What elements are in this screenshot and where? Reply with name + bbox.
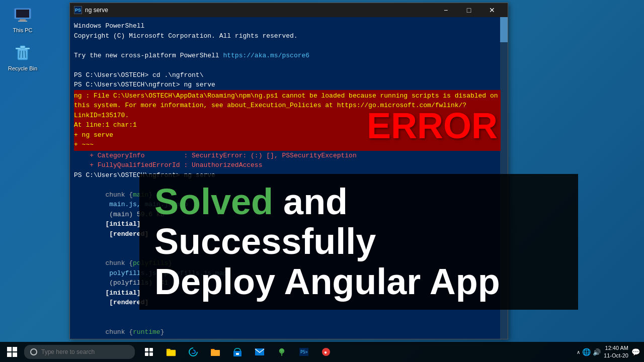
this-pc-label: This PC xyxy=(13,27,32,33)
error-overlay-text: ERROR xyxy=(367,105,498,146)
network-icon: 🌐 xyxy=(582,348,591,356)
svg-text:PS>: PS> xyxy=(300,350,308,354)
search-icon xyxy=(30,348,37,355)
task-view-button[interactable] xyxy=(139,342,159,362)
svg-rect-14 xyxy=(167,350,176,356)
maximize-button[interactable]: □ xyxy=(457,3,480,17)
svg-line-9 xyxy=(25,51,26,58)
error-category: + CategoryInfo : SecurityError: (:) [], … xyxy=(74,151,501,161)
svg-rect-12 xyxy=(145,352,148,356)
search-input[interactable] xyxy=(41,348,129,355)
desktop: This PC Recycle Bin PS ng serve xyxy=(0,0,644,362)
svg-rect-6 xyxy=(20,46,25,48)
start-icon xyxy=(7,347,17,357)
taskbar: PS> ● ∧ 🌐 🔊 12:40 AM 11-Oct-20 xyxy=(0,342,644,362)
svg-rect-15 xyxy=(211,350,220,356)
volume-icon[interactable]: 🔊 xyxy=(593,348,601,356)
svg-rect-1 xyxy=(16,10,29,18)
overlay-line-2: Deploy Angular App xyxy=(154,262,563,302)
file-explorer-button[interactable] xyxy=(161,342,181,362)
search-bar[interactable] xyxy=(24,345,135,359)
desktop-icons: This PC Recycle Bin xyxy=(5,5,40,71)
close-button[interactable]: ✕ xyxy=(480,3,504,17)
success-overlay: Solved and Successfully Deploy Angular A… xyxy=(139,174,578,310)
terminal-line-6: PS C:\Users\OSTECH> cd .\ngfront\ xyxy=(74,70,501,80)
chunk-runtime: chunk {runtime} runtime.js, runtime.js.m… xyxy=(74,317,501,339)
date: 11-Oct-20 xyxy=(604,352,628,359)
maps-button[interactable] xyxy=(272,342,292,362)
svg-rect-13 xyxy=(149,352,153,356)
terminal-line-2: Copyright (C) Microsoft Corporation. All… xyxy=(74,31,501,41)
window-titlebar: PS ng serve − □ ✕ xyxy=(70,3,508,17)
this-pc-icon[interactable]: This PC xyxy=(5,5,40,33)
minimize-button[interactable]: − xyxy=(434,3,457,17)
folder-button[interactable] xyxy=(205,342,225,362)
overlay-line-1: Solved and Successfully xyxy=(154,182,563,261)
terminal-line-3 xyxy=(74,41,501,51)
window-controls: − □ ✕ xyxy=(434,3,504,17)
svg-text:●: ● xyxy=(324,349,327,355)
svg-rect-17 xyxy=(236,353,239,355)
solved-text: Solved xyxy=(154,182,273,222)
terminal-line-5 xyxy=(74,60,501,70)
store-button[interactable] xyxy=(227,342,248,362)
chevron-up-icon[interactable]: ∧ xyxy=(577,349,580,355)
svg-rect-10 xyxy=(145,348,148,351)
recycle-bin-label: Recycle Bin xyxy=(8,65,37,71)
terminal-button[interactable]: PS> xyxy=(294,342,314,362)
svg-point-19 xyxy=(279,348,284,353)
powershell-window: PS ng serve − □ ✕ Windows PowerShell Cop… xyxy=(69,3,508,339)
mail-button[interactable] xyxy=(250,342,270,362)
svg-rect-18 xyxy=(255,348,264,355)
svg-rect-11 xyxy=(149,348,153,351)
edge-browser-button[interactable] xyxy=(183,342,203,362)
system-tray: ∧ 🌐 🔊 xyxy=(577,348,601,356)
taskbar-right: ∧ 🌐 🔊 12:40 AM 11-Oct-20 💬 xyxy=(577,344,644,360)
ps-icon: PS xyxy=(74,6,82,14)
window-title: ng serve xyxy=(85,7,431,14)
clock: 12:40 AM xyxy=(604,344,628,352)
error-fqid: + FullyQualifiedErrorId : UnauthorizedAc… xyxy=(74,160,501,170)
svg-rect-2 xyxy=(20,19,26,21)
svg-line-7 xyxy=(20,51,20,58)
terminal-line-1: Windows PowerShell xyxy=(74,21,501,31)
svg-rect-3 xyxy=(18,21,27,22)
recycle-bin-icon[interactable]: Recycle Bin xyxy=(5,43,40,71)
time-date-display[interactable]: 12:40 AM 11-Oct-20 xyxy=(604,344,628,360)
terminal-line-4: Try the new cross-platform PowerShell ht… xyxy=(74,51,501,61)
game-button[interactable]: ● xyxy=(316,342,336,362)
terminal-line-7: PS C:\Users\OSTECH\ngfront> ng serve xyxy=(74,80,501,90)
taskbar-center: PS> ● xyxy=(135,342,340,362)
start-button[interactable] xyxy=(0,342,24,362)
notification-icon[interactable]: 💬 xyxy=(631,348,640,356)
